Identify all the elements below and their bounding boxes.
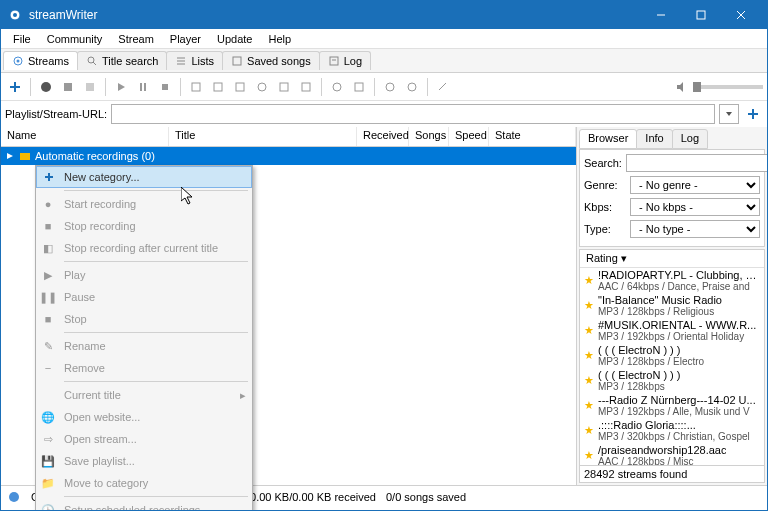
separator	[64, 381, 248, 382]
ctx-save-playlist[interactable]: 💾Save playlist...	[36, 450, 252, 472]
window-maximize-button[interactable]	[681, 1, 721, 29]
tool-k[interactable]	[433, 77, 453, 97]
menu-community[interactable]: Community	[39, 31, 111, 47]
station-item[interactable]: ★#MUSIK.ORIENTAL - WWW.R...MP3 / 192kbps…	[580, 318, 764, 343]
streams-icon	[12, 55, 24, 67]
separator	[427, 78, 428, 96]
tool-d[interactable]	[252, 77, 272, 97]
col-songs[interactable]: Songs	[409, 127, 449, 146]
stop-record-button[interactable]	[58, 77, 78, 97]
genre-select[interactable]: - No genre -	[630, 176, 760, 194]
station-item[interactable]: ★( ( ( ElectroN ) ) )MP3 / 128kbps	[580, 368, 764, 393]
station-item[interactable]: ★---Radio Z Nürnberg---14-02 U...MP3 / 1…	[580, 393, 764, 418]
kbps-label: Kbps:	[584, 201, 626, 213]
station-item[interactable]: ★.::::Radio Gloria::::...MP3 / 320kbps /…	[580, 418, 764, 443]
rtab-log[interactable]: Log	[672, 129, 708, 149]
svg-marker-36	[726, 112, 732, 116]
column-headers: Name Title Received Songs Speed State	[1, 127, 576, 147]
separator	[64, 190, 248, 191]
menu-help[interactable]: Help	[261, 31, 300, 47]
search-icon	[86, 55, 98, 67]
ctx-open-website[interactable]: 🌐Open website...	[36, 406, 252, 428]
tree-row-automatic-recordings[interactable]: Automatic recordings (0)	[1, 147, 576, 165]
separator	[30, 78, 31, 96]
station-item[interactable]: ★!RADIOPARTY.PL - Clubbing, D...AAC / 64…	[580, 268, 764, 293]
tab-lists[interactable]: Lists	[166, 51, 223, 70]
station-meta: MP3 / 128kbps / Electro	[598, 356, 704, 367]
col-state[interactable]: State	[489, 127, 576, 146]
ctx-pause[interactable]: ❚❚Pause	[36, 286, 252, 308]
menu-file[interactable]: File	[5, 31, 39, 47]
kbps-select[interactable]: - No kbps -	[630, 198, 760, 216]
tab-saved-songs[interactable]: Saved songs	[222, 51, 320, 70]
ctx-stop-recording[interactable]: ■Stop recording	[36, 215, 252, 237]
rtab-browser[interactable]: Browser	[579, 129, 637, 149]
stop-button[interactable]	[155, 77, 175, 97]
menu-update[interactable]: Update	[209, 31, 260, 47]
tool-j[interactable]	[402, 77, 422, 97]
type-select[interactable]: - No type -	[630, 220, 760, 238]
station-name: !RADIOPARTY.PL - Clubbing, D...	[598, 269, 760, 281]
rtab-info[interactable]: Info	[636, 129, 672, 149]
rating-header[interactable]: Rating ▾	[580, 250, 764, 268]
ctx-play[interactable]: ▶Play	[36, 264, 252, 286]
tool-e[interactable]	[274, 77, 294, 97]
tool-i[interactable]	[380, 77, 400, 97]
ctx-new-category[interactable]: New category...	[36, 166, 252, 188]
svg-rect-40	[20, 153, 30, 160]
col-title[interactable]: Title	[169, 127, 357, 146]
ctx-stop[interactable]: ■Stop	[36, 308, 252, 330]
tool-a[interactable]	[186, 77, 206, 97]
collapse-icon	[5, 151, 15, 161]
svg-rect-27	[236, 83, 244, 91]
play-button[interactable]	[111, 77, 131, 97]
ctx-label: Stop recording after current title	[64, 242, 218, 254]
station-item[interactable]: ★"In-Balance" Music RadioMP3 / 128kbps /…	[580, 293, 764, 318]
station-name: /praiseandworship128.aac	[598, 444, 726, 456]
col-received[interactable]: Received	[357, 127, 409, 146]
add-button[interactable]	[5, 77, 25, 97]
url-add-button[interactable]	[743, 104, 763, 124]
volume-slider[interactable]	[693, 85, 763, 89]
col-name[interactable]: Name	[1, 127, 169, 146]
star-icon: ★	[584, 424, 594, 437]
ctx-rename[interactable]: ✎Rename	[36, 335, 252, 357]
menu-stream[interactable]: Stream	[110, 31, 161, 47]
station-name: ---Radio Z Nürnberg---14-02 U...	[598, 394, 756, 406]
station-item[interactable]: ★/praiseandworship128.aacAAC / 128kbps /…	[580, 443, 764, 466]
tab-label: Lists	[191, 55, 214, 67]
url-dropdown-button[interactable]	[719, 104, 739, 124]
station-item[interactable]: ★( ( ( ElectroN ) ) )MP3 / 128kbps / Ele…	[580, 343, 764, 368]
svg-line-9	[93, 62, 96, 65]
tool-b[interactable]	[208, 77, 228, 97]
tool-f[interactable]	[296, 77, 316, 97]
separator	[374, 78, 375, 96]
menu-player[interactable]: Player	[162, 31, 209, 47]
tool-h[interactable]	[349, 77, 369, 97]
ctx-stop-after[interactable]: ◧Stop recording after current title	[36, 237, 252, 259]
record-button[interactable]	[36, 77, 56, 97]
col-speed[interactable]: Speed	[449, 127, 489, 146]
tool-g[interactable]	[327, 77, 347, 97]
svg-rect-14	[330, 57, 338, 65]
ctx-move-category[interactable]: 📁Move to category	[36, 472, 252, 494]
window-minimize-button[interactable]	[641, 1, 681, 29]
tab-streams[interactable]: Streams	[3, 51, 78, 70]
pause-button[interactable]	[133, 77, 153, 97]
svg-point-18	[41, 82, 51, 92]
save-icon: 💾	[41, 455, 55, 468]
station-name: ( ( ( ElectroN ) ) )	[598, 369, 681, 381]
ctx-start-recording[interactable]: ●Start recording	[36, 193, 252, 215]
stop-after-icon: ◧	[41, 242, 55, 255]
window-close-button[interactable]	[721, 1, 761, 29]
ctx-scheduled[interactable]: 🕒Setup scheduled recordings...	[36, 499, 252, 511]
tab-title-search[interactable]: Title search	[77, 51, 167, 70]
url-input[interactable]	[111, 104, 715, 124]
stop-after-button[interactable]	[80, 77, 100, 97]
tab-log[interactable]: Log	[319, 51, 371, 70]
ctx-open-stream[interactable]: ⇨Open stream...	[36, 428, 252, 450]
ctx-current-title[interactable]: Current title▸	[36, 384, 252, 406]
search-input[interactable]	[626, 154, 768, 172]
ctx-remove[interactable]: −Remove	[36, 357, 252, 379]
tool-c[interactable]	[230, 77, 250, 97]
